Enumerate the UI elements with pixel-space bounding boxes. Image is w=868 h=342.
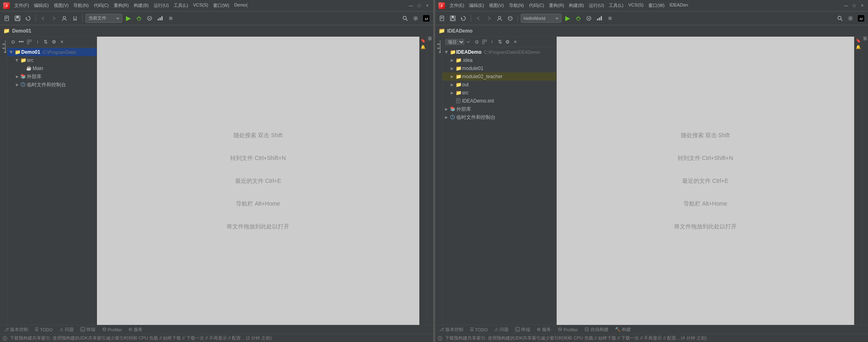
menu-extra-1[interactable]: Demo(	[232, 2, 250, 9]
sidebar-dots-btn-1[interactable]: •••	[18, 39, 24, 45]
toolbar-back-1[interactable]	[39, 14, 48, 23]
status-todo-2[interactable]: ☰ TODO	[469, 327, 489, 332]
maximize-btn-1[interactable]: □	[417, 3, 422, 8]
toolbar-forward-2[interactable]	[485, 14, 493, 23]
toolbar-back-2[interactable]	[474, 14, 483, 23]
side-label-notification-2[interactable]: 通知	[861, 42, 868, 46]
toolbar-new-2[interactable]	[438, 14, 447, 23]
toolbar-coverage-2[interactable]	[584, 14, 593, 23]
status-todo-1[interactable]: ☰ TODO	[33, 327, 54, 332]
sidebar-sync-btn-1[interactable]: ⊙	[10, 39, 16, 45]
sidebar-sort-btn-2[interactable]: ⇅	[497, 39, 503, 45]
tree-item-module01-2[interactable]: ▶ 📁 module01	[443, 64, 556, 72]
toolbar-nav-2[interactable]	[506, 14, 515, 23]
tree-item-idea-2[interactable]: ▶ 📁 .idea	[443, 56, 556, 64]
tree-item-iml-2[interactable]: IDEADemo.iml	[443, 97, 556, 105]
tree-item-src-1[interactable]: ▶ 📁 src	[7, 56, 97, 64]
close-btn-2[interactable]: ×	[860, 3, 865, 8]
menu-edit-1[interactable]: 编辑(E)	[32, 2, 51, 9]
minimize-btn-1[interactable]: —	[409, 3, 414, 8]
status-profiler-1[interactable]: Profiler	[101, 327, 123, 333]
status-problems-1[interactable]: ⚠ 问题	[58, 327, 75, 333]
tree-item-temp-1[interactable]: ▶ 临时文件和控制台	[7, 81, 97, 89]
status-autobuild-2[interactable]: 自动构建	[583, 327, 610, 333]
maximize-btn-2[interactable]: □	[852, 3, 857, 8]
sidebar-sync-btn-2[interactable]: ⊙	[474, 39, 480, 45]
tree-item-main-1[interactable]: ☕ Main	[7, 64, 97, 72]
menu-run-1[interactable]: 运行(U)	[152, 2, 171, 9]
sidebar-close-btn-2[interactable]: ×	[512, 39, 519, 45]
status-git-2[interactable]: ⎇ 版本控制	[438, 327, 465, 333]
close-btn-1[interactable]: ×	[425, 3, 430, 8]
menu-code-2[interactable]: 代码(C)	[527, 2, 546, 9]
sidebar-sort-asc-btn-2[interactable]: ↑	[489, 39, 496, 45]
menu-file-2[interactable]: 文件(E)	[447, 2, 467, 9]
sidebar-sort-asc-btn-1[interactable]: ↑	[34, 39, 41, 45]
toolbar-search-1[interactable]	[401, 14, 410, 23]
toolbar-refresh-1[interactable]	[24, 14, 33, 23]
left-panel-structure-2[interactable]	[435, 38, 442, 55]
sidebar-settings-btn-2[interactable]: ⚙	[504, 39, 511, 45]
tree-item-root-2[interactable]: ▶ 📁 IDEADemo C:\ProgramData\IDEADemo	[443, 48, 556, 56]
menu-nav-2[interactable]: 导航(N)	[507, 2, 526, 9]
toolbar-run-2[interactable]: ▶	[563, 14, 572, 23]
toolbar-run-1[interactable]: ▶	[124, 14, 133, 23]
toolbar-intellij-2[interactable]: IJ	[857, 14, 866, 23]
tree-item-temp-2[interactable]: ▶ 临时文件和控制台	[443, 113, 556, 121]
run-config-dropdown-2[interactable]: HelloWorld	[521, 14, 562, 23]
toolbar-search-2[interactable]	[835, 14, 844, 23]
left-panel-structure-1[interactable]	[0, 38, 7, 55]
toolbar-coverage-1[interactable]	[145, 14, 154, 23]
sidebar-view-select-2[interactable]: 项目	[445, 39, 465, 45]
minimize-btn-2[interactable]: —	[844, 3, 848, 8]
menu-edit-2[interactable]: 编辑(E)	[467, 2, 486, 9]
status-build-2[interactable]: 🔨 构建	[614, 327, 632, 333]
status-profiler-2[interactable]: Profiler	[556, 327, 579, 333]
run-config-dropdown-1[interactable]: 当前文件	[86, 14, 122, 23]
status-problems-2[interactable]: ⚠ 问题	[493, 327, 510, 333]
toolbar-new-1[interactable]	[2, 14, 11, 23]
tree-item-lib-2[interactable]: ▶ 📚 外部库	[443, 105, 556, 113]
tree-item-out-2[interactable]: ▶ 📁 out	[443, 81, 556, 89]
sidebar-collapse-btn-2[interactable]	[481, 39, 488, 45]
gutter-notification-2[interactable]: 🔔	[855, 44, 861, 50]
toolbar-refresh-2[interactable]	[459, 14, 468, 23]
menu-build-1[interactable]: 构建(B)	[132, 2, 151, 9]
toolbar-intellij-1[interactable]: IJ	[422, 14, 431, 23]
menu-code-1[interactable]: 代码(C)	[92, 2, 111, 9]
menu-tools-2[interactable]: 工具(L)	[607, 2, 625, 9]
menu-build-2[interactable]: 构建(B)	[567, 2, 586, 9]
toolbar-save-1[interactable]	[13, 14, 22, 23]
toolbar-profiler-1[interactable]	[156, 14, 165, 23]
menu-refactor-1[interactable]: 重构(R)	[112, 2, 131, 9]
status-git-1[interactable]: ⎇ 版本控制	[2, 327, 29, 333]
status-terminal-1[interactable]: 终端	[79, 327, 97, 333]
sidebar-collapse-btn-1[interactable]	[26, 39, 33, 45]
status-terminal-2[interactable]: 终端	[514, 327, 531, 333]
status-services-1[interactable]: ⚙ 服务	[127, 327, 144, 333]
sidebar-sort-btn-1[interactable]: ⇅	[42, 39, 49, 45]
menu-window-1[interactable]: 窗口(W)	[211, 2, 231, 9]
menu-nav-1[interactable]: 导航(N)	[71, 2, 90, 9]
side-label-bookmark-2[interactable]: 书签	[861, 37, 868, 42]
menu-file-1[interactable]: 文件(F)	[12, 2, 31, 9]
side-label-bookmark-1[interactable]: 书签	[426, 37, 433, 42]
tree-item-src-2[interactable]: ▶ 📁 src	[443, 89, 556, 97]
menu-vcs-1[interactable]: VCS(S)	[191, 2, 210, 9]
toolbar-debug-2[interactable]	[574, 14, 583, 23]
gutter-bookmark-1[interactable]: 🔖	[420, 37, 426, 43]
toolbar-user-1[interactable]	[60, 14, 69, 23]
sidebar-close-btn-1[interactable]: ×	[59, 39, 65, 45]
menu-view-1[interactable]: 视图(V)	[52, 2, 71, 9]
menu-vcs-2[interactable]: VCS(S)	[626, 2, 645, 9]
menu-window-2[interactable]: 窗口(W)	[646, 2, 667, 9]
toolbar-debug-1[interactable]	[134, 14, 143, 23]
tree-item-root-1[interactable]: ▶ 📁 Demo01 C:\ProgramData\	[7, 48, 97, 56]
menu-refactor-2[interactable]: 重构(R)	[547, 2, 566, 9]
sidebar-settings-btn-1[interactable]: ⚙	[51, 39, 57, 45]
menu-run-2[interactable]: 运行(U)	[587, 2, 606, 9]
side-label-notification-1[interactable]: 通知	[426, 42, 433, 46]
menu-extra-2[interactable]: IDEADen	[668, 2, 690, 9]
toolbar-user-2[interactable]	[495, 14, 504, 23]
toolbar-save-2[interactable]	[448, 14, 457, 23]
